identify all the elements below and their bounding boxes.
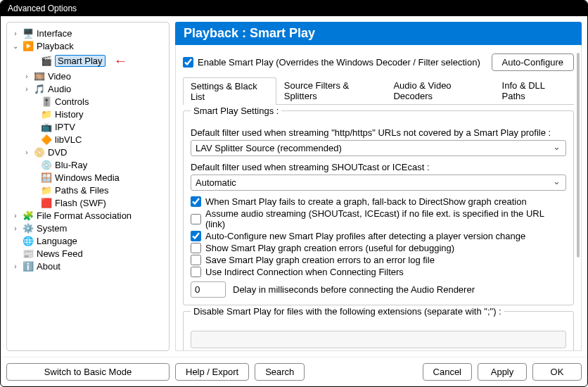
- ok-button[interactable]: OK: [532, 363, 582, 381]
- tree-pathsfiles[interactable]: 📁Paths & Files: [10, 184, 166, 196]
- tree-fileformat[interactable]: ›🧩File Format Association: [10, 209, 166, 222]
- http-filter-label: Default filter used when streaming "http…: [191, 127, 566, 138]
- enable-smartplay-input[interactable]: [183, 57, 193, 68]
- tab-source-filters[interactable]: Source Filters & Splitters: [276, 77, 386, 104]
- tree-dvd[interactable]: ›📀DVD: [10, 146, 166, 158]
- autoconfig-profiles-checkbox[interactable]: [191, 231, 201, 241]
- music-icon: 🎵: [34, 83, 45, 94]
- indirect-conn-label: Use Indirect Connection when Connecting …: [205, 267, 404, 277]
- tree-about[interactable]: ›ℹ️About: [10, 260, 166, 272]
- tree-bluray[interactable]: 💿Blu-Ray: [10, 158, 166, 171]
- tree-system[interactable]: ›⚙️System: [10, 222, 166, 234]
- tree-video[interactable]: ›🎞️Video: [10, 70, 166, 82]
- help-export-button[interactable]: Help / Export: [175, 363, 249, 381]
- search-button[interactable]: Search: [255, 363, 305, 381]
- assume-audio-label: Assume audio streaming (SHOUTcast, ICEca…: [205, 208, 566, 229]
- arrow-indicator-icon: ←: [114, 53, 128, 69]
- show-errors-label: Show Smart Play graph creation errors (u…: [205, 243, 454, 253]
- globe-icon: 🌐: [23, 235, 34, 246]
- tree-language[interactable]: 🌐Language: [10, 234, 166, 247]
- tree-iptv[interactable]: 📺IPTV: [10, 120, 166, 133]
- fallback-label: When Smart Play fails to create a graph,…: [205, 196, 527, 207]
- disable-ext-label: Disable Smart Play for files with the fo…: [191, 306, 504, 317]
- tabs: Settings & Black List Source Filters & S…: [183, 77, 574, 105]
- auto-configure-button[interactable]: Auto-Configure: [492, 53, 574, 71]
- tv-icon: 📺: [41, 121, 52, 132]
- enable-smartplay-label: Enable Smart Play (Overrides the Windows…: [198, 57, 480, 68]
- assume-audio-checkbox[interactable]: [191, 214, 201, 224]
- autoconfig-profiles-label: Auto-Configure new Smart Play profiles a…: [205, 231, 525, 241]
- monitor-icon: 🖥️: [23, 27, 34, 39]
- disable-ext-input[interactable]: [191, 331, 566, 348]
- shout-filter-select[interactable]: Automatic: [191, 175, 566, 191]
- assoc-icon: 🧩: [23, 210, 34, 221]
- delay-input[interactable]: [191, 281, 226, 298]
- cone-icon: 🔶: [41, 134, 52, 145]
- switch-basic-button[interactable]: Switch to Basic Mode: [6, 363, 170, 381]
- tree-audio[interactable]: ›🎵Audio: [10, 82, 166, 95]
- indirect-conn-checkbox[interactable]: [191, 267, 201, 277]
- wmp-icon: 🪟: [41, 172, 52, 183]
- save-errors-checkbox[interactable]: [191, 255, 201, 265]
- rss-icon: 📰: [23, 248, 34, 259]
- tree-libvlc[interactable]: 🔶libVLC: [10, 133, 166, 146]
- tree-controls[interactable]: 🎚️Controls: [10, 95, 166, 108]
- tree-newsfeed[interactable]: 📰News Feed: [10, 247, 166, 260]
- fallback-checkbox[interactable]: [191, 196, 201, 207]
- disc-icon: 📀: [34, 146, 45, 158]
- film-icon: 🎞️: [34, 70, 45, 82]
- page-title: Playback : Smart Play: [175, 22, 582, 45]
- shout-filter-label: Default filter used when streaming SHOUT…: [191, 162, 566, 172]
- gear-icon: ⚙️: [23, 222, 34, 234]
- sliders-icon: 🎚️: [41, 96, 52, 107]
- bluray-icon: 💿: [41, 159, 52, 170]
- flash-icon: 🟥: [41, 197, 52, 208]
- play-icon: ▶️: [23, 40, 34, 51]
- tab-settings-blacklist[interactable]: Settings & Black List: [183, 77, 276, 105]
- scrollbar[interactable]: [575, 53, 581, 345]
- apply-button[interactable]: Apply: [478, 363, 527, 381]
- folder-icon: 📁: [41, 184, 52, 196]
- save-errors-label: Save Smart Play graph creation errors to…: [205, 255, 435, 265]
- tree-smartplay[interactable]: 🎬Smart Play←: [10, 52, 166, 70]
- tree-interface[interactable]: ›🖥️Interface: [10, 27, 166, 39]
- tree-playback[interactable]: ⌄▶️Playback: [10, 39, 166, 52]
- enable-smartplay-checkbox[interactable]: Enable Smart Play (Overrides the Windows…: [183, 57, 480, 68]
- group-title: Smart Play Settings :: [191, 106, 281, 116]
- window-titlebar: Advanced Options: [1, 1, 587, 16]
- tab-av-decoders[interactable]: Audio & Video Decoders: [385, 77, 494, 104]
- smartplay-icon: 🎬: [41, 56, 52, 67]
- show-errors-checkbox[interactable]: [191, 243, 201, 253]
- delay-label: Delay in milliseconds before connecting …: [233, 284, 475, 295]
- http-filter-select[interactable]: LAV Splitter Source (recommended): [191, 140, 566, 156]
- info-icon: ℹ️: [23, 260, 34, 272]
- tree-windowsmedia[interactable]: 🪟Windows Media: [10, 171, 166, 184]
- history-icon: 📁: [41, 108, 52, 120]
- nav-tree[interactable]: ›🖥️Interface ⌄▶️Playback 🎬Smart Play← ›🎞…: [6, 22, 170, 351]
- tab-info-dll[interactable]: Info & DLL Paths: [494, 77, 574, 104]
- cancel-button[interactable]: Cancel: [423, 363, 472, 381]
- disable-ext-group: Disable Smart Play for files with the fo…: [183, 311, 574, 351]
- tree-flash[interactable]: 🟥Flash (SWF): [10, 196, 166, 209]
- smartplay-settings-group: Smart Play Settings : Default filter use…: [183, 110, 574, 305]
- tree-history[interactable]: 📁History: [10, 108, 166, 120]
